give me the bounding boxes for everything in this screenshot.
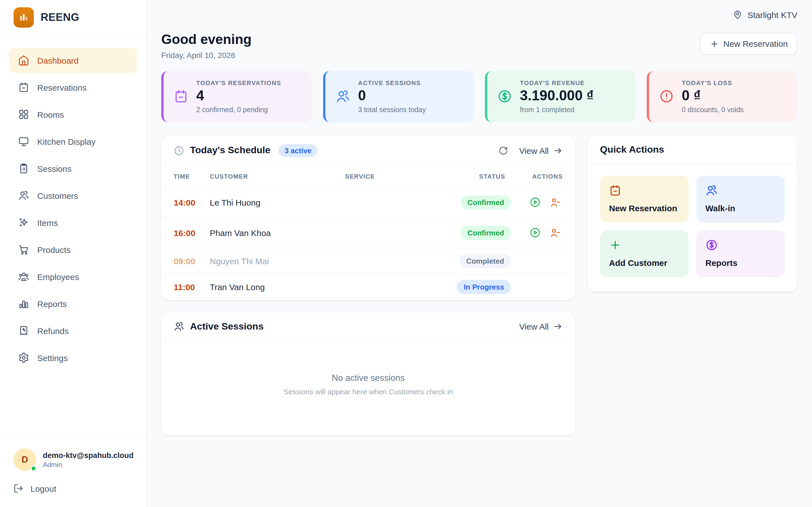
page-date: Friday, April 10, 2026 xyxy=(161,51,252,60)
grid-icon xyxy=(18,109,29,120)
play-icon xyxy=(529,227,541,238)
avatar: D xyxy=(13,448,36,471)
pin-icon xyxy=(732,10,742,20)
user-minus-icon xyxy=(550,227,560,238)
sidebar-item-items[interactable]: Items xyxy=(9,210,137,235)
no-show-button[interactable] xyxy=(550,227,560,238)
clock-icon xyxy=(174,145,185,156)
sidebar-item-label: Settings xyxy=(37,353,68,362)
schedule-table-body: 14:00Le Thi HuongConfirmed16:00Pham Van … xyxy=(161,187,575,300)
right-column: Quick Actions New ReservationWalk-inAdd … xyxy=(588,135,797,291)
quick-action-reports[interactable]: Reports xyxy=(696,230,785,277)
sidebar-item-rooms[interactable]: Rooms xyxy=(9,102,137,127)
stat-value: 4 xyxy=(196,88,281,103)
col-service: SERVICE xyxy=(345,173,448,180)
greeting-block: Good evening Friday, April 10, 2026 xyxy=(161,32,252,60)
sidebar-item-settings[interactable]: Settings xyxy=(9,345,137,370)
left-column: Today's Schedule 3 active View All TIME … xyxy=(161,135,575,435)
sidebar-item-label: Employees xyxy=(37,272,79,281)
schedule-view-all-link[interactable]: View All xyxy=(519,146,563,155)
sidebar-header: REENG xyxy=(0,0,146,36)
row-time: 09:00 xyxy=(174,256,210,266)
stat-body: TODAY'S LOSS0 ₫0 discounts, 0 voids xyxy=(682,79,744,114)
stats-row: TODAY'S RESERVATIONS42 confirmed, 0 pend… xyxy=(161,71,797,122)
schedule-card-header: Today's Schedule 3 active View All xyxy=(161,135,575,166)
alert-icon xyxy=(659,89,674,104)
sidebar-item-products[interactable]: Products xyxy=(9,237,137,262)
new-reservation-button[interactable]: New Reservation xyxy=(700,33,797,55)
stat-subtext: 2 confirmed, 0 pending xyxy=(196,106,281,114)
stat-body: ACTIVE SESSIONS03 total sessions today xyxy=(358,79,426,114)
quick-action-walk-in[interactable]: Walk-in xyxy=(696,175,785,222)
page-title: Good evening xyxy=(161,32,252,47)
sparkles-icon xyxy=(18,217,29,228)
sessions-view-all-link[interactable]: View All xyxy=(519,322,563,331)
users-icon xyxy=(18,190,29,201)
sidebar-item-reports[interactable]: Reports xyxy=(9,291,137,316)
empty-state: No active sessions Sessions will appear … xyxy=(161,341,575,435)
stat-card-active-sessions: ACTIVE SESSIONS03 total sessions today xyxy=(323,71,474,122)
col-actions: ACTIONS xyxy=(511,173,563,180)
monitor-icon xyxy=(18,136,29,147)
arrow-right-icon xyxy=(553,146,563,155)
quick-action-label: Reports xyxy=(705,258,776,267)
quick-action-icon xyxy=(705,238,776,251)
sidebar-item-reservations[interactable]: Reservations xyxy=(9,75,137,100)
quick-action-label: Add Customer xyxy=(609,258,679,267)
users-icon xyxy=(174,321,185,332)
team-icon xyxy=(18,271,29,282)
plus-icon xyxy=(710,39,719,48)
sidebar-item-label: Products xyxy=(37,245,70,255)
brand-name: REENG xyxy=(41,11,79,24)
no-show-button[interactable] xyxy=(550,197,560,208)
main-area: Starlight KTV Good evening Friday, April… xyxy=(147,0,812,507)
stat-body: TODAY'S REVENUE3.190.000 ₫from 1 complet… xyxy=(520,79,594,114)
quick-actions-title: Quick Actions xyxy=(600,144,664,155)
quick-action-label: New Reservation xyxy=(609,203,679,213)
sidebar-item-label: Reservations xyxy=(37,82,87,92)
start-session-button[interactable] xyxy=(529,227,541,238)
stat-icon xyxy=(659,89,674,104)
row-customer: Le Thi Huong xyxy=(210,198,345,207)
logout-button[interactable]: Logout xyxy=(13,483,133,494)
arrow-icon xyxy=(553,322,563,331)
arrow-icon xyxy=(553,146,563,155)
home-icon xyxy=(18,55,29,66)
sidebar-item-label: Items xyxy=(37,218,58,227)
stat-subtext: from 1 completed xyxy=(520,106,594,114)
arrow-right-icon xyxy=(553,322,563,331)
schedule-row-pham-van-khoa[interactable]: 16:00Pham Van KhoaConfirmed xyxy=(161,218,575,248)
row-actions xyxy=(511,196,563,208)
play-icon xyxy=(529,196,541,208)
start-session-button[interactable] xyxy=(529,196,541,208)
quick-action-new-reservation[interactable]: New Reservation xyxy=(600,175,689,222)
sidebar-item-customers[interactable]: Customers xyxy=(9,183,137,208)
view-all-label: View All xyxy=(519,322,549,331)
sidebar-item-sessions[interactable]: Sessions xyxy=(9,156,137,181)
sidebar-item-dashboard[interactable]: Dashboard xyxy=(9,48,137,73)
sidebar-item-employees[interactable]: Employees xyxy=(9,264,137,289)
schedule-row-tran-van-long[interactable]: 11:00Tran Van LongIn Progress xyxy=(161,274,575,300)
refresh-button[interactable] xyxy=(498,146,508,155)
sidebar-item-label: Dashboard xyxy=(37,55,79,65)
stat-card-today-s-loss: TODAY'S LOSS0 ₫0 discounts, 0 voids xyxy=(647,71,797,122)
users-icon xyxy=(174,321,185,332)
app-root: REENG DashboardReservationsRoomsKitchen … xyxy=(0,0,812,507)
quick-action-icon xyxy=(609,238,679,251)
schedule-row-le-thi-huong[interactable]: 14:00Le Thi HuongConfirmed xyxy=(161,187,575,218)
sidebar-item-refunds[interactable]: Refunds xyxy=(9,318,137,343)
schedule-row-nguyen-thi-mai[interactable]: 09:00Nguyen Thi MaiCompleted xyxy=(161,248,575,274)
status-badge: Confirmed xyxy=(461,226,511,240)
empty-state-subtitle: Sessions will appear here when Customers… xyxy=(283,387,453,396)
quick-action-add-customer[interactable]: Add Customer xyxy=(600,230,689,277)
logout-label: Logout xyxy=(31,484,56,493)
active-sessions-title: Active Sessions xyxy=(190,321,264,332)
dollar-icon xyxy=(497,89,512,104)
status-badge: In Progress xyxy=(457,280,511,294)
sidebar-item-label: Kitchen Display xyxy=(37,136,96,146)
user-profile[interactable]: D demo-ktv@spahub.cloud Admin xyxy=(13,448,133,471)
status-badge: Confirmed xyxy=(461,195,511,209)
users-icon xyxy=(705,184,718,196)
sidebar-item-kitchen-display[interactable]: Kitchen Display xyxy=(9,129,137,154)
quick-actions-grid: New ReservationWalk-inAdd CustomerReport… xyxy=(588,164,797,291)
